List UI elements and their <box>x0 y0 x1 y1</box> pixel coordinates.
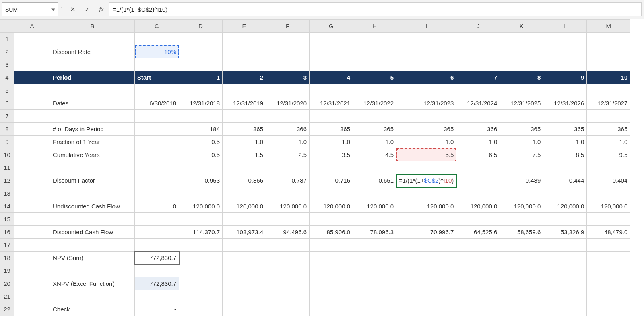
cell[interactable]: 12/31/2024 <box>456 97 500 110</box>
cell[interactable] <box>14 200 50 213</box>
cell[interactable] <box>543 58 587 71</box>
cell[interactable] <box>500 264 543 277</box>
cell[interactable] <box>135 58 179 71</box>
cell[interactable] <box>456 33 500 45</box>
cell[interactable]: 70,996.7 <box>396 226 456 239</box>
cell[interactable] <box>396 58 456 71</box>
cell[interactable] <box>135 226 179 239</box>
cell[interactable] <box>543 33 587 45</box>
cell[interactable] <box>500 187 543 200</box>
cell[interactable] <box>310 213 353 226</box>
row-header[interactable]: 4 <box>0 71 14 84</box>
cell[interactable] <box>456 187 500 200</box>
cell[interactable] <box>135 33 179 45</box>
col-header[interactable]: C <box>135 20 179 33</box>
cancel-formula-button[interactable]: ✕ <box>65 0 80 19</box>
col-header[interactable]: H <box>353 20 396 33</box>
cell[interactable]: 366 <box>266 123 310 136</box>
cell[interactable]: 1.0 <box>543 136 587 148</box>
cell[interactable] <box>396 213 456 226</box>
cell[interactable] <box>587 277 630 290</box>
row-header[interactable]: 1 <box>0 33 14 45</box>
row-header[interactable]: 22 <box>0 303 14 316</box>
cell[interactable] <box>353 161 396 174</box>
col-header[interactable]: G <box>310 20 353 33</box>
cell[interactable]: 12/31/2027 <box>587 97 630 110</box>
cell[interactable] <box>50 264 135 277</box>
col-header[interactable]: M <box>587 20 630 33</box>
row-header[interactable]: 21 <box>0 290 14 303</box>
cell[interactable] <box>456 239 500 252</box>
name-box[interactable]: SUM <box>2 2 58 16</box>
cell[interactable] <box>587 58 630 71</box>
cell[interactable] <box>396 239 456 252</box>
cell[interactable]: 365 <box>500 123 543 136</box>
cell[interactable] <box>179 84 223 97</box>
cell[interactable]: 1.0 <box>396 136 456 148</box>
cell[interactable] <box>266 33 310 45</box>
cell[interactable]: 9 <box>543 71 587 84</box>
cell[interactable] <box>266 277 310 290</box>
cell[interactable]: 12/31/2018 <box>179 97 223 110</box>
cell[interactable] <box>135 110 179 123</box>
cell[interactable] <box>500 33 543 45</box>
cell[interactable] <box>543 252 587 264</box>
cell[interactable] <box>179 45 223 58</box>
cell[interactable] <box>223 290 266 303</box>
cell[interactable] <box>500 290 543 303</box>
cell[interactable] <box>456 58 500 71</box>
cell[interactable]: 0.5 <box>179 148 223 161</box>
row-header[interactable]: 5 <box>0 84 14 97</box>
cell[interactable]: 120,000.0 <box>310 200 353 213</box>
cell[interactable]: 365 <box>587 123 630 136</box>
cell[interactable]: 0.444 <box>543 174 587 187</box>
cell[interactable] <box>500 303 543 316</box>
cell[interactable] <box>543 187 587 200</box>
cell[interactable]: 365 <box>310 123 353 136</box>
cell[interactable] <box>543 239 587 252</box>
cell[interactable] <box>456 213 500 226</box>
cell[interactable] <box>310 45 353 58</box>
col-header[interactable]: B <box>50 20 135 33</box>
cell[interactable] <box>135 213 179 226</box>
cell[interactable] <box>587 33 630 45</box>
cell[interactable] <box>14 187 50 200</box>
cell[interactable]: 7.5 <box>500 148 543 161</box>
cell[interactable] <box>223 161 266 174</box>
row-header[interactable]: 11 <box>0 161 14 174</box>
cell[interactable] <box>353 45 396 58</box>
cell-xnpv[interactable]: 772,830.7 <box>135 277 179 290</box>
cell[interactable]: 0.404 <box>587 174 630 187</box>
cell[interactable] <box>456 161 500 174</box>
select-all-corner[interactable] <box>0 20 14 33</box>
cell[interactable] <box>396 264 456 277</box>
cell[interactable] <box>50 58 135 71</box>
cell[interactable] <box>353 213 396 226</box>
cell[interactable] <box>310 187 353 200</box>
cell[interactable]: Undiscounted Cash Flow <box>50 200 135 213</box>
cell[interactable] <box>179 58 223 71</box>
cell[interactable] <box>543 277 587 290</box>
cell[interactable] <box>500 110 543 123</box>
cell-editing[interactable]: =1/(1*(1+$C$2)^I10) <box>396 174 456 187</box>
cell[interactable] <box>310 239 353 252</box>
cell[interactable]: 120,000.0 <box>543 200 587 213</box>
cell[interactable] <box>266 58 310 71</box>
cell[interactable]: 12/31/2020 <box>266 97 310 110</box>
cell[interactable]: 120,000.0 <box>456 200 500 213</box>
cell[interactable] <box>266 213 310 226</box>
cell[interactable]: 120,000.0 <box>179 200 223 213</box>
cell[interactable] <box>179 264 223 277</box>
cell[interactable] <box>500 239 543 252</box>
cell[interactable]: Discount Factor <box>50 174 135 187</box>
cell[interactable] <box>310 84 353 97</box>
cell[interactable] <box>179 290 223 303</box>
cell[interactable] <box>179 277 223 290</box>
cell[interactable] <box>587 161 630 174</box>
cell[interactable] <box>396 110 456 123</box>
cell[interactable] <box>587 303 630 316</box>
cell[interactable] <box>14 303 50 316</box>
cell[interactable] <box>353 110 396 123</box>
cell[interactable]: 1.0 <box>266 136 310 148</box>
cell[interactable]: Dates <box>50 97 135 110</box>
